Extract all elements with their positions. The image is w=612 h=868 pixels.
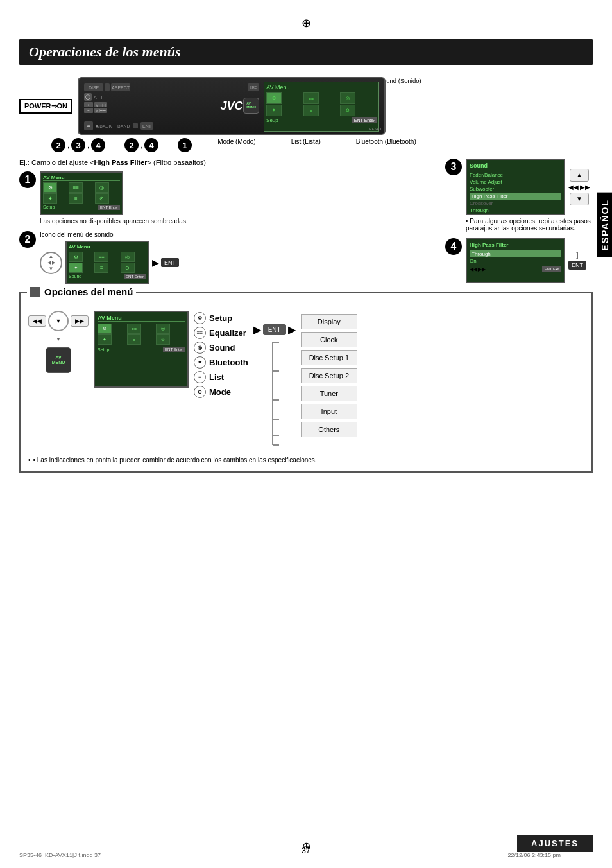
power-label: POWER⇒ON xyxy=(19,99,72,114)
knob-down: ▼ xyxy=(49,266,54,272)
sound-icon: ◎ xyxy=(194,342,206,354)
setup-label: Setup xyxy=(209,313,232,323)
instructions-section: Ej.: Cambio del ajuste <High Pass Filter… xyxy=(19,159,593,284)
step-circle-4b: 4 xyxy=(144,138,158,152)
nav-center-knob[interactable]: ▼ xyxy=(48,311,69,331)
page-title: Operaciones de los menús xyxy=(29,44,583,60)
bottom-controls: ⏏ ■/BACK BAND ENT xyxy=(84,121,153,130)
step3-left-arr: ◀◀ xyxy=(568,184,579,191)
nav-top-row: ◀◀ ▼ ▶▶ xyxy=(28,311,89,331)
hpf-item-2: On xyxy=(470,257,561,265)
step3-down-btn: ▼ xyxy=(570,193,589,205)
ms-ent: ENT Enter xyxy=(163,347,185,352)
submenu-col: Display Clock Disc Setup 1 Disc Setup 2 … xyxy=(301,311,357,437)
equalizer-icon: ≡≡ xyxy=(194,327,206,339)
mode-label: Mode (Modo) xyxy=(217,138,255,145)
mode-label-menu: Mode xyxy=(209,387,231,397)
ms-cell-2: ≡≡ xyxy=(127,324,141,334)
submenu-tuner: Tuner xyxy=(301,386,357,401)
footnote: • • Las indicaciones en pantalla pueden … xyxy=(28,456,584,464)
ajustes-bar: AJUSTES xyxy=(517,835,593,852)
step-circle-1: 1 xyxy=(178,138,192,152)
av-cell-5: ≡ xyxy=(303,105,319,116)
av-cell-1: ⚙ xyxy=(266,92,282,104)
corner-mark-tl xyxy=(10,10,22,22)
step2-cell-5: ≡ xyxy=(94,263,108,273)
av-menu-title-display: AV Menu xyxy=(266,84,377,91)
step1-note: Las opciones no disponibles aparecen som… xyxy=(40,218,436,225)
step2-ent: ENT Enter xyxy=(124,274,146,279)
device-row: POWER⇒ON DISP ASPECT ◯ AT T xyxy=(19,77,593,135)
erc-btn: ERC xyxy=(248,83,259,91)
ent-connector: ▶ ENT ▶ xyxy=(253,324,296,336)
step1-cell-3: ◎ xyxy=(95,182,109,193)
bluetooth-label: Bluetooth (Bluetooth) xyxy=(356,138,416,145)
ent-right-arrow: ▶ xyxy=(253,324,261,336)
comma3: , xyxy=(140,141,142,149)
registration-mark-top: ⊕ xyxy=(302,16,311,30)
ms-cell-3: ◎ xyxy=(156,324,170,334)
step2-note: Icono del menú de sonido xyxy=(40,231,436,238)
jvc-logo: JVC xyxy=(221,100,243,113)
hpf-bottom: ◀◀ ▶▶ ENT Exit xyxy=(470,266,561,272)
step2-cell-6: ⊙ xyxy=(121,263,135,273)
ent-btn-bottom: ENT xyxy=(140,122,153,130)
ms-cell-6: ⊙ xyxy=(156,334,170,345)
left-instructions-col: Ej.: Cambio del ajuste <High Pass Filter… xyxy=(19,159,436,284)
bracket-svg xyxy=(269,336,282,451)
menu-options-title: Opciones del menú xyxy=(27,286,136,297)
ent-button-2[interactable]: ENT xyxy=(161,258,179,267)
step3-row: 3 Sound Fader/Balance Volume Adjust Subw… xyxy=(445,159,593,232)
ent-right-arrow2: ▶ xyxy=(288,324,296,336)
steps-234: 2 , 3 , 4 xyxy=(51,138,105,152)
step2-cell-2: ≡≡ xyxy=(94,252,108,262)
mode-list-bluetooth-labels: Mode (Modo) List (Lista) Bluetooth (Blue… xyxy=(217,138,416,145)
av-menu-display: AV Menu ⚙ ≡≡ ◎ ✦ ≡ ⊙ Seup ENT Enter xyxy=(264,82,378,125)
ent-button-main[interactable]: ENT xyxy=(263,324,286,335)
av-menu-button-main[interactable]: AVMENU xyxy=(46,347,71,373)
bottom-labels-row: 2 , 3 , 4 2 , 4 1 Mode (Modo) List (List… xyxy=(51,138,593,152)
step4-row: 4 High Pass Filter Through On ◀◀ ▶▶ xyxy=(445,238,593,283)
step1-circle: 1 xyxy=(19,171,36,188)
step1-content: AV Menu ⚙ ≡≡ ◎ ✦ ≡ ⊙ Setup ENT Enter xyxy=(40,171,436,225)
sound-item-3: Subwoofer xyxy=(470,186,561,193)
nav-prev-btn[interactable]: ◀◀ xyxy=(28,315,46,327)
band-label: BAND xyxy=(117,124,130,128)
step1-av-grid: ⚙ ≡≡ ◎ ✦ ≡ ⊙ xyxy=(43,182,120,204)
eject-btn: ⏏ xyxy=(84,121,93,130)
step2-circle: 2 xyxy=(19,231,36,248)
power-btn-sm: ◯ xyxy=(84,93,92,101)
sound-item-1: Fader/Balance xyxy=(470,171,561,178)
setup-icon: ⚙ xyxy=(194,312,206,324)
reset-label: RESET xyxy=(369,127,382,131)
step3-controls: ▲ ◀◀ ▶▶ ▼ xyxy=(568,169,590,205)
plus-btn: + xyxy=(84,102,93,107)
step2-content: Icono del menú de sonido ▲ ◀ ▶ ▼ xyxy=(40,231,436,284)
example-prefix: Ej.: Cambio del ajuste < xyxy=(19,159,94,166)
footnote-text: • Las indicaciones en pantalla pueden ca… xyxy=(33,456,317,464)
sound-item-4-highlighted: High Pass Filter xyxy=(470,193,561,200)
step4-hpf-screen: High Pass Filter Through On ◀◀ ▶▶ ENT Ex… xyxy=(466,238,565,283)
hpf-arrows: ◀◀ ▶▶ xyxy=(470,266,486,272)
av-menu-btn[interactable]: AVMENU xyxy=(243,98,259,114)
step2-screen: AV Menu ⚙ ≡≡ ◎ ✦ ≡ ⊙ Sound xyxy=(65,241,149,284)
av-setup-label: Seup xyxy=(266,117,278,123)
step2-knob: ▲ ◀ ▶ ▼ xyxy=(40,252,62,274)
av-cell-2: ≡≡ xyxy=(303,92,319,104)
sound-item-6: Through xyxy=(470,207,561,214)
bluetooth-label-menu: Bluetooth xyxy=(209,358,248,367)
nav-next-btn[interactable]: ▶▶ xyxy=(71,315,89,327)
sound-item-5: Crossover xyxy=(470,200,561,207)
step2-sound: Sound xyxy=(69,274,81,279)
step4-hpf-title: High Pass Filter xyxy=(470,242,561,248)
menu-item-setup: ⚙ Setup xyxy=(194,311,248,326)
v-hh-btn: ∨ ⊣⊣ xyxy=(94,102,107,107)
knob-left: ◀ xyxy=(47,260,51,265)
right-arrow-2: ▶ xyxy=(152,257,159,268)
hpf-item-1-sel: Through xyxy=(470,250,561,257)
wedge-btn: ∧ ⊢⊢ xyxy=(94,108,107,113)
step4-ent-btn[interactable]: ENT xyxy=(568,261,586,270)
example-text: Ej.: Cambio del ajuste <High Pass Filter… xyxy=(19,159,436,166)
jvc-screen: AV Menu ⚙ ≡≡ ◎ ✦ ≡ ⊙ Seup ENT Enter xyxy=(264,82,379,132)
step2-av-grid: ⚙ ≡≡ ◎ ✦ ≡ ⊙ xyxy=(69,252,146,273)
